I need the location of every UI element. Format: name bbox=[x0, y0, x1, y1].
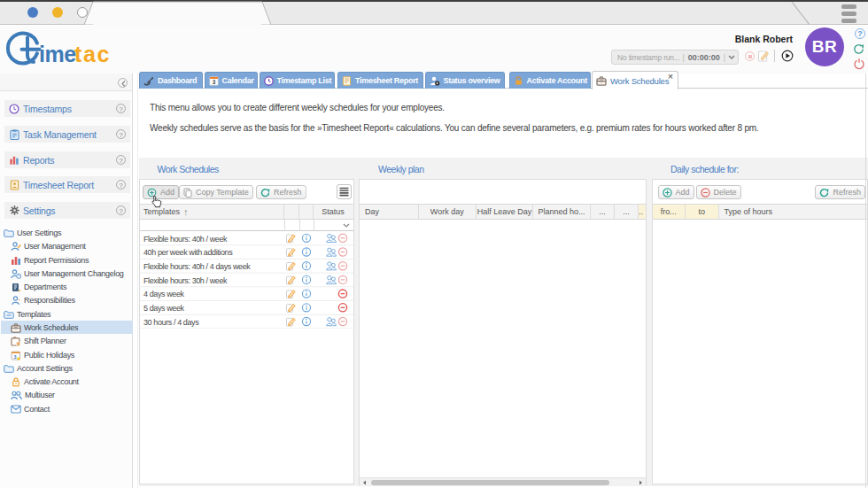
svg-text:40h per week with additions: 40h per week with additions bbox=[143, 248, 233, 257]
svg-text:Flexible hours: 30h / week: Flexible hours: 30h / week bbox=[143, 276, 228, 285]
svg-text:Flexible hours: 40h / week: Flexible hours: 40h / week bbox=[143, 235, 228, 244]
svg-text:5 days week: 5 days week bbox=[143, 304, 185, 313]
svg-text:tac: tac bbox=[74, 42, 111, 66]
svg-text:Flexible hours: 40h / 4 days w: Flexible hours: 40h / 4 days week bbox=[143, 262, 251, 271]
svg-text:30 hours / 4 days: 30 hours / 4 days bbox=[143, 318, 199, 327]
svg-text:4 days week: 4 days week bbox=[143, 290, 185, 298]
svg-text:ime: ime bbox=[39, 42, 76, 66]
svg-text:3: 3 bbox=[14, 353, 17, 359]
